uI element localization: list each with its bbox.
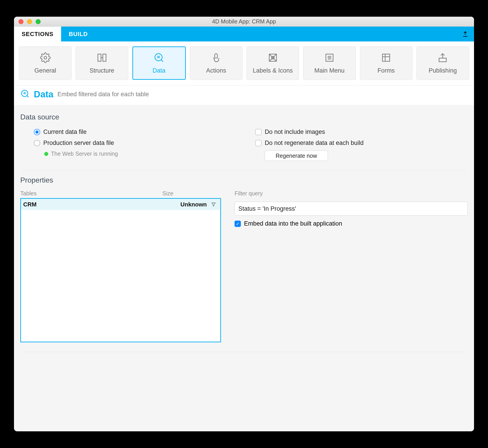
radio-icon: [34, 140, 40, 146]
page-title: Data: [34, 89, 53, 99]
table-row[interactable]: CRM Unknown: [21, 199, 220, 210]
section-tabs-wrap: General Structure Data Actions: [14, 41, 474, 85]
svg-rect-1: [98, 54, 101, 61]
filter-query-label: Filter query: [235, 190, 468, 197]
traffic-lights: [14, 19, 41, 24]
section-tab-general[interactable]: General: [19, 46, 72, 80]
status-dot-icon: [44, 152, 48, 156]
svg-rect-2: [103, 54, 106, 61]
tables-header: Tables Size: [20, 190, 221, 197]
minimize-window-button[interactable]: [27, 19, 32, 24]
data-icon: [154, 52, 164, 64]
maximize-window-button[interactable]: [36, 19, 41, 24]
section-tab-forms[interactable]: Forms: [360, 46, 413, 80]
menu-icon: [324, 52, 335, 64]
structure-icon: [97, 52, 107, 64]
checkbox-label: Do not include images: [265, 128, 325, 136]
tab-build[interactable]: BUILD: [61, 27, 95, 41]
server-status: The Web Server is running: [34, 151, 246, 157]
svg-point-3: [155, 54, 162, 61]
data-source-heading: Data source: [20, 113, 468, 121]
tables-label: Tables: [20, 190, 162, 197]
section-tab-data[interactable]: Data: [132, 46, 186, 80]
svg-rect-7: [382, 54, 390, 61]
section-tab-label: General: [34, 67, 56, 74]
size-label: Size: [162, 190, 221, 197]
data-source-left: Current data file Production server data…: [34, 128, 246, 161]
checkbox-no-regenerate[interactable]: Do not regenerate data at each build: [255, 139, 468, 146]
regenerate-now-button[interactable]: Regenerate now: [265, 151, 328, 161]
section-tab-label: Labels & Icons: [253, 67, 293, 74]
page-subtitle: Embed filtered data for each table: [57, 91, 149, 98]
tab-sections[interactable]: SECTIONS: [14, 27, 61, 41]
tables-column: Tables Size CRM Unknown: [20, 190, 221, 342]
checkbox-label: Do not regenerate data at each build: [265, 139, 364, 146]
gear-icon: [40, 52, 51, 64]
radio-label: Current data file: [43, 128, 87, 136]
filter-column: Filter query ✓ Embed data into the built…: [235, 190, 468, 342]
checkbox-label: Embed data into the built application: [244, 220, 342, 227]
section-tab-label: Data: [153, 67, 165, 74]
section-tabs: General Structure Data Actions: [14, 41, 474, 85]
radio-current-data-file[interactable]: Current data file: [34, 128, 246, 136]
filter-icon: [209, 202, 218, 207]
checkbox-embed-data[interactable]: ✓ Embed data into the built application: [235, 220, 468, 227]
window-title: 4D Mobile App: CRM App: [14, 18, 474, 25]
app-window: 4D Mobile App: CRM App SECTIONS BUILD Ge…: [14, 17, 474, 431]
svg-rect-8: [439, 58, 446, 62]
data-header-icon: [20, 89, 30, 99]
content: Data source Current data file Production…: [14, 105, 474, 431]
publishing-icon: [437, 52, 448, 64]
page-header: Data Embed filtered data for each table: [14, 85, 474, 105]
radio-icon: [34, 129, 40, 135]
main-tabs: SECTIONS BUILD: [14, 27, 474, 41]
section-tab-label: Main Menu: [314, 67, 345, 74]
section-tab-actions[interactable]: Actions: [190, 46, 242, 80]
properties-row: Tables Size CRM Unknown Filter query: [20, 190, 468, 352]
checkbox-icon: ✓: [235, 221, 241, 227]
section-tab-labels[interactable]: Labels & Icons: [246, 46, 299, 80]
section-tab-label: Structure: [89, 67, 114, 74]
actions-icon: [211, 52, 221, 64]
checkbox-icon: [255, 129, 262, 135]
radio-label: Production server data file: [43, 139, 114, 146]
section-tab-structure[interactable]: Structure: [75, 46, 128, 80]
properties-heading: Properties: [20, 176, 468, 184]
section-tab-mainmenu[interactable]: Main Menu: [303, 46, 356, 80]
radio-production-server[interactable]: Production server data file: [34, 139, 246, 146]
export-icon[interactable]: [460, 27, 471, 41]
section-tab-label: Actions: [206, 67, 226, 74]
forms-icon: [381, 52, 391, 64]
section-tab-label: Forms: [377, 67, 395, 74]
data-source-right: Do not include images Do not regenerate …: [255, 128, 468, 161]
svg-point-0: [44, 56, 47, 59]
section-tab-publishing[interactable]: Publishing: [416, 46, 469, 80]
data-source-grid: Current data file Production server data…: [20, 127, 468, 170]
tables-list[interactable]: CRM Unknown: [20, 198, 221, 342]
table-name: CRM: [23, 201, 159, 208]
table-size: Unknown: [159, 201, 209, 208]
server-status-text: The Web Server is running: [51, 151, 118, 157]
section-tab-label: Publishing: [429, 67, 457, 74]
labels-icon: [268, 52, 278, 64]
checkbox-no-images[interactable]: Do not include images: [255, 128, 468, 136]
filter-query-input[interactable]: [235, 202, 468, 216]
titlebar: 4D Mobile App: CRM App: [14, 17, 474, 27]
close-window-button[interactable]: [18, 19, 24, 24]
checkbox-icon: [255, 140, 262, 146]
svg-point-9: [21, 90, 28, 96]
